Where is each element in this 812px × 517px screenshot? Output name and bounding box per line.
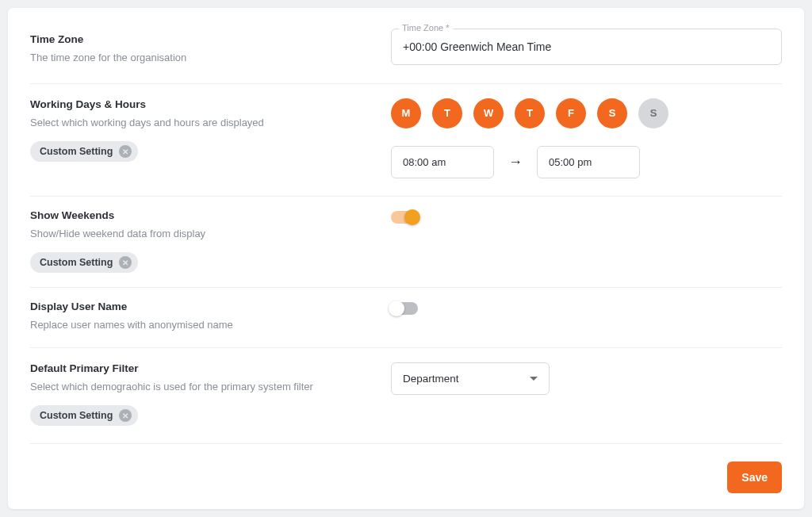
working-days-title: Working Days & Hours <box>30 98 375 110</box>
display-username-desc: Replace user names with anonymised name <box>30 317 375 333</box>
timezone-desc: The time zone for the organisation <box>30 50 375 66</box>
chip-label: Custom Setting <box>40 146 113 157</box>
chip-label: Custom Setting <box>40 410 113 421</box>
timezone-field-wrap: Time Zone * <box>391 29 782 65</box>
row-primary-filter: Default Primary Filter Select which demo… <box>30 348 782 445</box>
working-days-chip[interactable]: Custom Setting ✕ <box>30 141 138 162</box>
show-weekends-desc: Show/Hide weekend data from display <box>30 226 375 242</box>
time-range: 08:00 am → 05:00 pm <box>391 146 782 178</box>
save-wrap: Save <box>727 461 782 493</box>
show-weekends-title: Show Weekends <box>30 209 375 221</box>
day-toggle-4[interactable]: F <box>556 98 586 128</box>
row-display-username: Display User Name Replace user names wit… <box>30 288 782 348</box>
primary-filter-desc: Select which demograohic is used for the… <box>30 379 375 395</box>
row-show-weekends: Show Weekends Show/Hide weekend data fro… <box>30 197 782 289</box>
end-time-input[interactable]: 05:00 pm <box>537 146 640 178</box>
primary-filter-chip[interactable]: Custom Setting ✕ <box>30 405 138 426</box>
display-username-title: Display User Name <box>30 301 375 312</box>
chip-label: Custom Setting <box>40 257 113 268</box>
select-value: Department <box>403 373 459 385</box>
save-button[interactable]: Save <box>727 461 782 493</box>
display-username-toggle[interactable] <box>391 302 418 315</box>
show-weekends-toggle[interactable] <box>391 211 418 224</box>
day-selector: MTWTFSS <box>391 98 782 128</box>
toggle-knob <box>404 209 420 225</box>
settings-card: Time Zone The time zone for the organisa… <box>8 8 804 509</box>
timezone-label: Time Zone * <box>399 23 453 33</box>
arrow-right-icon: → <box>508 154 523 170</box>
primary-filter-select[interactable]: Department <box>391 362 550 395</box>
timezone-title: Time Zone <box>30 33 375 45</box>
working-days-desc: Select which working days and hours are … <box>30 115 375 131</box>
day-toggle-6[interactable]: S <box>638 98 668 128</box>
day-toggle-5[interactable]: S <box>597 98 627 128</box>
day-toggle-2[interactable]: W <box>473 98 504 128</box>
row-timezone: Time Zone The time zone for the organisa… <box>30 27 782 84</box>
row-working-days: Working Days & Hours Select which workin… <box>30 84 782 197</box>
day-toggle-1[interactable]: T <box>432 98 462 128</box>
chevron-down-icon <box>530 377 538 381</box>
day-toggle-0[interactable]: M <box>391 98 421 128</box>
timezone-input[interactable] <box>391 29 782 65</box>
show-weekends-chip[interactable]: Custom Setting ✕ <box>30 252 138 273</box>
close-icon[interactable]: ✕ <box>119 409 132 422</box>
day-toggle-3[interactable]: T <box>515 98 545 128</box>
toggle-knob <box>389 301 404 316</box>
close-icon[interactable]: ✕ <box>119 145 132 158</box>
start-time-input[interactable]: 08:00 am <box>391 146 494 178</box>
primary-filter-title: Default Primary Filter <box>30 362 375 374</box>
close-icon[interactable]: ✕ <box>119 256 132 269</box>
